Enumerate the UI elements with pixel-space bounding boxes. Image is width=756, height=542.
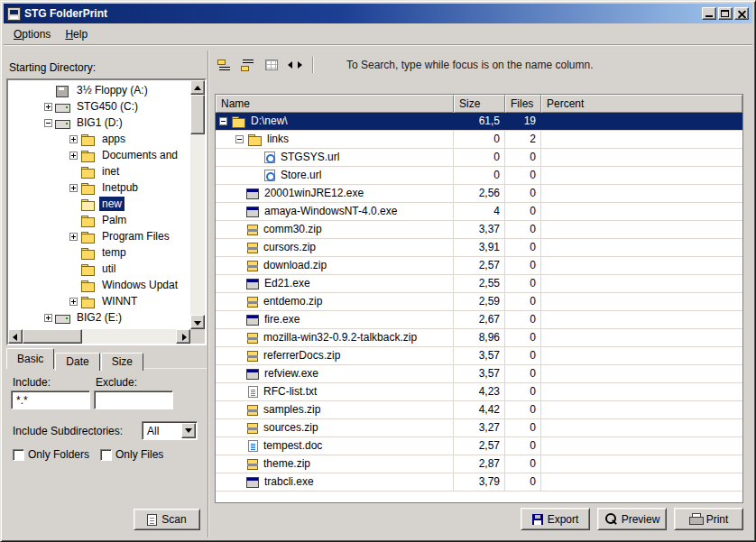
tree-item-big1-d[interactable]: BIG1 (D:)	[8, 115, 190, 131]
table-row-tempest-doc[interactable]: tempest.doc2,570	[216, 437, 742, 455]
subdirectories-select[interactable]: All	[142, 421, 198, 440]
titlebar[interactable]: STG FolderPrint	[4, 4, 752, 23]
tree-toggle-plus-icon[interactable]	[69, 184, 78, 192]
export-button[interactable]: Export	[521, 508, 590, 530]
table-row-ed21-exe[interactable]: Ed21.exe2,550	[216, 275, 742, 293]
column-header-percent[interactable]: Percent	[541, 95, 742, 113]
table-row-stgsys-url[interactable]: STGSYS.url00	[216, 149, 742, 167]
doc-icon	[248, 440, 258, 452]
table-row-fire-exe[interactable]: fire.exe2,670	[216, 311, 742, 329]
table-row-refview-exe[interactable]: refview.exe3,570	[216, 365, 742, 383]
exclude-input[interactable]	[94, 390, 173, 409]
table-row-amaya-windowsnt-4-0-exe[interactable]: amaya-WindowsNT-4.0.exe40	[216, 203, 742, 221]
table-row-theme-zip[interactable]: theme.zip2,870	[216, 455, 742, 473]
files-value: 0	[505, 473, 541, 491]
tree-toggle-plus-icon[interactable]	[69, 233, 78, 241]
only-folders-checkbox[interactable]	[13, 449, 24, 461]
expand-levels-button[interactable]	[238, 55, 258, 75]
tree-horizontal-scrollbar[interactable]	[8, 329, 190, 344]
column-header-name[interactable]: Name	[216, 95, 454, 113]
tree-item-temp[interactable]: temp	[8, 244, 190, 261]
table-row-trabcli-exe[interactable]: trabcli.exe3,790	[216, 473, 742, 491]
table-row-entdemo-zip[interactable]: entdemo.zip2,590	[216, 293, 742, 311]
grid-lines-button[interactable]	[262, 55, 281, 75]
printer-icon	[689, 513, 702, 525]
tree-toggle-plus-icon[interactable]	[44, 103, 52, 111]
tree-toggle-plus-icon[interactable]	[44, 314, 52, 322]
tree-item-palm[interactable]: Palm	[8, 212, 190, 228]
scroll-down-button[interactable]	[190, 315, 205, 329]
files-value: 0	[505, 221, 541, 238]
print-button[interactable]: Print	[674, 508, 743, 530]
tree-vertical-scrollbar[interactable]	[190, 80, 205, 329]
fit-columns-button[interactable]	[285, 55, 305, 75]
scroll-right-button[interactable]	[176, 329, 190, 344]
only-files-checkbox[interactable]	[100, 449, 112, 461]
zip-icon	[247, 459, 258, 470]
name-cell: entdemo.zip	[216, 293, 454, 310]
row-toggle-collapse-icon[interactable]	[235, 135, 244, 143]
name-cell: download.zip	[216, 257, 454, 274]
vertical-scrollbar-thumb[interactable]	[190, 95, 205, 134]
tree-item-label: inet	[99, 164, 122, 179]
column-header-size[interactable]: Size	[454, 95, 505, 113]
percent-cell	[541, 437, 545, 455]
scan-button[interactable]: Scan	[134, 509, 200, 530]
table-row-samples-zip[interactable]: samples.zip4,420	[216, 401, 742, 419]
tab-date[interactable]: Date	[55, 353, 99, 371]
table-row-20001winjre12-exe[interactable]: 20001winJRE12.exe2,560	[216, 185, 742, 203]
tree-item-stg450-c[interactable]: STG450 (C:)	[8, 98, 190, 115]
percent-cell	[541, 293, 545, 310]
include-label: Include:	[13, 376, 51, 389]
table-row-referrerdocs-zip[interactable]: referrerDocs.zip3,570	[216, 347, 742, 365]
tab-size[interactable]: Size	[101, 353, 143, 371]
folder-icon	[231, 115, 245, 127]
folder-open-icon	[80, 198, 95, 210]
minimize-button[interactable]	[702, 7, 716, 20]
tree-item-big2-e[interactable]: BIG2 (E:)	[8, 309, 190, 326]
menu-item-options[interactable]: Options	[6, 25, 58, 43]
tree-item-new[interactable]: new	[8, 196, 190, 212]
table-row-d-new[interactable]: D:\new\61,519	[216, 113, 742, 131]
include-input[interactable]	[11, 390, 90, 409]
tree-toggle-plus-icon[interactable]	[69, 152, 78, 160]
scroll-left-button[interactable]	[8, 329, 23, 344]
maximize-button[interactable]	[718, 7, 733, 20]
column-header-files[interactable]: Files	[505, 95, 541, 113]
preview-button[interactable]: Preview	[597, 508, 667, 530]
table-row-comm30-zip[interactable]: comm30.zip3,370	[216, 221, 742, 239]
tree-toggle-minus-icon[interactable]	[44, 119, 52, 127]
files-value: 0	[505, 167, 541, 184]
table-row-sources-zip[interactable]: sources.zip3,270	[216, 419, 742, 437]
menu-item-help[interactable]: Help	[58, 25, 95, 43]
tree-item-3-floppy-a[interactable]: 3½ Floppy (A:)	[8, 82, 190, 98]
file-name: trabcli.exe	[263, 473, 315, 491]
dropdown-button[interactable]	[181, 423, 196, 438]
row-toggle-collapse-icon[interactable]	[219, 117, 227, 125]
tree-item-apps[interactable]: apps	[8, 131, 190, 147]
tree-toggle-plus-icon[interactable]	[69, 135, 78, 143]
tree-toggle-plus-icon[interactable]	[69, 298, 78, 306]
close-button[interactable]	[734, 7, 749, 20]
scroll-up-button[interactable]	[190, 80, 205, 95]
tree-item-util[interactable]: util	[8, 261, 190, 277]
tree-item-winnt[interactable]: WINNT	[8, 293, 190, 309]
table-row-links[interactable]: links02	[216, 131, 742, 149]
files-value: 0	[505, 419, 541, 436]
tab-basic[interactable]: Basic	[6, 348, 54, 369]
folder-icon	[80, 150, 95, 161]
tree-item-program-files[interactable]: Program Files	[8, 228, 190, 244]
tree-item-inet[interactable]: inet	[8, 163, 190, 179]
horizontal-scrollbar-thumb[interactable]	[23, 329, 82, 344]
collapse-levels-button[interactable]	[215, 55, 235, 75]
table-row-cursors-zip[interactable]: cursors.zip3,910	[216, 239, 742, 257]
table-row-download-zip[interactable]: download.zip2,570	[216, 257, 742, 275]
file-name: cursors.zip	[263, 239, 317, 256]
table-row-rfc-list-txt[interactable]: RFC-list.txt4,230	[216, 383, 742, 401]
table-row-mozilla-win32-0-9-2-talkback-zip[interactable]: mozilla-win32-0.9.2-talkback.zip8,960	[216, 329, 742, 347]
left-arrow-icon	[13, 334, 17, 341]
table-row-store-url[interactable]: Store.url00	[216, 167, 742, 185]
tree-item-documents-and[interactable]: Documents and	[8, 147, 190, 163]
tree-item-inetpub[interactable]: Inetpub	[8, 179, 190, 196]
tree-item-windows-updat[interactable]: Windows Updat	[8, 277, 190, 293]
